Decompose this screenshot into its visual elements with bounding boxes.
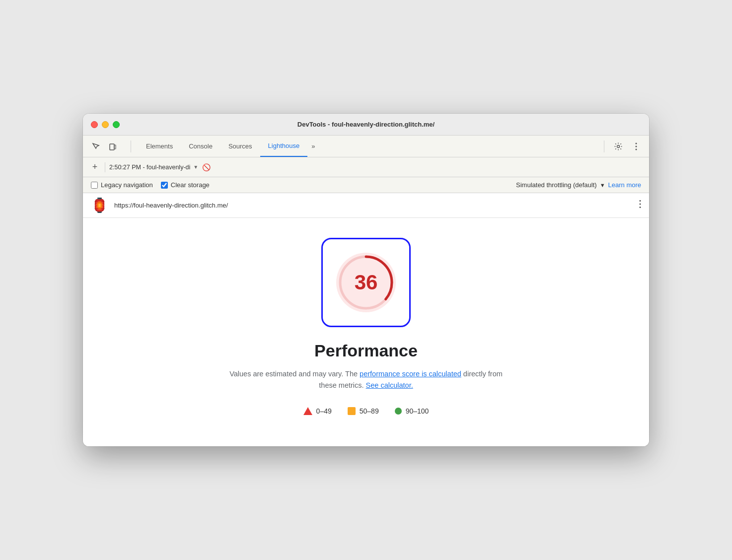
main-toolbar: Elements Console Sources Lighthouse » [83,136,649,157]
lh-url-text: https://foul-heavenly-direction.glitch.m… [114,202,633,209]
maximize-button[interactable] [113,121,120,128]
legend-average-range: 50–89 [360,407,379,415]
calculator-link[interactable]: See calculator. [366,381,413,389]
legend-item-average: 50–89 [348,407,379,415]
legacy-navigation-checkbox[interactable] [91,182,98,189]
lh-more-options-icon[interactable] [639,200,641,211]
block-icon[interactable]: 🚫 [202,163,211,171]
perf-score-link[interactable]: performance score is calculated [360,370,461,378]
options-bar: Legacy navigation Clear storage Simulate… [83,177,649,193]
score-arc-svg [334,250,398,315]
secondary-toolbar: + 2:50:27 PM - foul-heavenly-di ▼ 🚫 [83,157,649,177]
tab-lighthouse[interactable]: Lighthouse [260,136,308,157]
devtools-window: DevTools - foul-heavenly-direction.glitc… [83,114,649,446]
performance-title: Performance [314,341,418,360]
legacy-navigation-group: Legacy navigation [91,181,153,189]
svg-point-5 [636,148,637,150]
url-display: 2:50:27 PM - foul-heavenly-di ▼ [109,164,198,171]
legend: 0–49 50–89 90–100 [303,407,429,415]
throttling-group: Simulated throttling (default) ▼ Learn m… [516,181,641,189]
close-button[interactable] [91,121,98,128]
tab-sources[interactable]: Sources [220,136,260,157]
svg-point-7 [640,204,641,205]
legacy-navigation-label: Legacy navigation [101,181,153,189]
svg-point-2 [617,145,620,147]
tab-bar: Elements Console Sources Lighthouse » [138,136,597,157]
url-timestamp: 2:50:27 PM - foul-heavenly-di [109,164,190,171]
minimize-button[interactable] [102,121,109,128]
traffic-lights [91,121,120,128]
inspect-icon[interactable] [89,140,103,153]
svg-point-8 [640,207,641,208]
settings-icon[interactable] [611,140,625,153]
legend-red-icon [303,407,312,415]
performance-description: Values are estimated and may vary. The p… [222,368,510,391]
svg-rect-1 [114,145,116,149]
sec-divider [105,162,105,172]
tab-elements[interactable]: Elements [138,136,181,157]
clear-storage-group: Clear storage [161,181,210,189]
desc-text-start: Values are estimated and may vary. The [229,370,360,378]
svg-rect-0 [110,144,114,150]
more-tabs-button[interactable]: » [307,136,319,157]
score-circle-container: 36 [334,250,398,315]
tab-console[interactable]: Console [181,136,220,157]
throttling-dropdown-icon[interactable]: ▼ [600,182,605,188]
toolbar-right [611,140,643,153]
toolbar-divider-1 [131,140,131,152]
svg-point-3 [636,142,637,144]
main-content: 36 Performance Values are estimated and … [83,218,649,446]
score-gauge: 36 [321,238,411,327]
lh-url-bar: 🏮 https://foul-heavenly-direction.glitch… [83,193,649,218]
toolbar-divider-2 [604,140,604,152]
legend-poor-range: 0–49 [316,407,332,415]
dropdown-arrow-icon[interactable]: ▼ [193,164,198,170]
legend-green-icon [395,408,402,415]
legend-item-poor: 0–49 [303,407,332,415]
clear-storage-label: Clear storage [171,181,210,189]
titlebar: DevTools - foul-heavenly-direction.glitc… [83,114,649,136]
svg-point-4 [636,145,637,147]
toolbar-icons [89,140,120,153]
device-toolbar-icon[interactable] [106,140,120,153]
throttling-label: Simulated throttling (default) [516,181,597,189]
more-options-icon[interactable] [629,140,643,153]
svg-point-6 [640,200,641,202]
add-button[interactable]: + [89,161,101,173]
legend-item-good: 90–100 [395,407,429,415]
clear-storage-checkbox[interactable] [161,182,168,189]
legend-good-range: 90–100 [406,407,429,415]
lighthouse-icon: 🏮 [91,197,108,213]
legend-orange-icon [348,407,356,415]
window-title: DevTools - foul-heavenly-direction.glitc… [297,121,435,128]
learn-more-link[interactable]: Learn more [608,181,641,189]
